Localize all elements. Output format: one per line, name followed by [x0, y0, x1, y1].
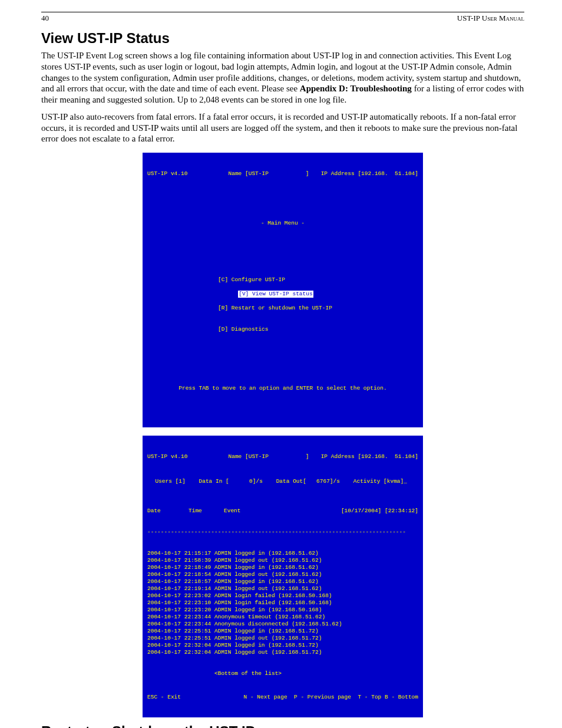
esc-exit[interactable]: ESC - Exit — [147, 694, 181, 701]
menu-item-view-status[interactable]: [V] View UST-IP status — [238, 291, 313, 298]
term-ip: IP Address [192.168. 51.104] — [321, 170, 418, 177]
event-row: 2004-10-17 22:23:44 Anonymous timeout (1… — [147, 614, 418, 621]
term-name: Name [UST-IP ] — [229, 170, 321, 177]
event-row: 2004-10-17 22:23:44 Anonymous disconnect… — [147, 621, 418, 628]
doc-title: UST-IP User Manual — [457, 14, 524, 23]
page-header: 40 UST-IP User Manual — [41, 12, 524, 23]
section-title-view-status: View UST-IP Status — [41, 30, 524, 47]
tab-hint: Press TAB to move to an option and ENTER… — [147, 385, 418, 392]
page-number: 40 — [41, 14, 49, 23]
term-version: UST-IP v4.10 — [147, 170, 229, 177]
section-title-restart: Restart or Shutdown the UST-IP — [41, 723, 524, 728]
terminal-main-menu-view: UST-IP v4.10 Name [UST-IP ] IP Address [… — [143, 153, 423, 427]
event-row: 2004-10-17 22:18:49 ADMIN logged in (192… — [147, 564, 418, 571]
event-row: 2004-10-17 22:18:54 ADMIN logged out (19… — [147, 571, 418, 578]
status-line: Users [1] Data In [ 0]/s Data Out[ 6767]… — [148, 478, 418, 485]
event-table-header: Date Time Event [10/17/2004] [22:34:12] — [147, 508, 418, 515]
section1-para1: The UST-IP Event Log screen shows a log … — [41, 50, 524, 106]
terminal-event-log: UST-IP v4.10 Name [UST-IP ] IP Address [… — [143, 436, 423, 717]
event-row: 2004-10-17 22:23:10 ADMIN login failed (… — [147, 599, 418, 607]
bottom-marker: <Bottom of the list> — [147, 670, 418, 677]
nav-keys[interactable]: N - Next page P - Previous page T - Top … — [244, 694, 418, 701]
event-row: 2004-10-17 21:58:39 ADMIN logged out (19… — [147, 557, 418, 564]
event-row: 2004-10-17 21:15:17 ADMIN logged in (192… — [147, 550, 418, 557]
event-row: 2004-10-17 22:19:14 ADMIN logged out (19… — [147, 585, 418, 592]
event-row: 2004-10-17 22:25:51 ADMIN logged in (192… — [147, 628, 418, 635]
event-row: 2004-10-17 22:32:04 ADMIN logged in (192… — [147, 642, 418, 649]
event-row: 2004-10-17 22:23:20 ADMIN logged in (192… — [147, 607, 418, 614]
section1-para2: UST-IP also auto-recovers from fatal err… — [41, 111, 524, 144]
event-row: 2004-10-17 22:25:51 ADMIN logged out (19… — [147, 635, 418, 642]
event-row: 2004-10-17 22:32:04 ADMIN logged out (19… — [147, 649, 418, 656]
menu-item-restart[interactable]: [R] Restart or shutdown the UST-IP — [218, 305, 418, 312]
event-row: 2004-10-17 22:23:02 ADMIN login failed (… — [147, 592, 418, 599]
menu-item-configure[interactable]: [C] Configure UST-IP — [218, 276, 418, 284]
event-rows: 2004-10-17 21:15:17 ADMIN logged in (192… — [147, 550, 418, 656]
event-row: 2004-10-17 22:18:57 ADMIN logged in (192… — [147, 578, 418, 585]
main-menu-title: - Main Menu - — [147, 220, 418, 227]
menu-item-diagnostics[interactable]: [D] Diagnostics — [218, 326, 418, 333]
